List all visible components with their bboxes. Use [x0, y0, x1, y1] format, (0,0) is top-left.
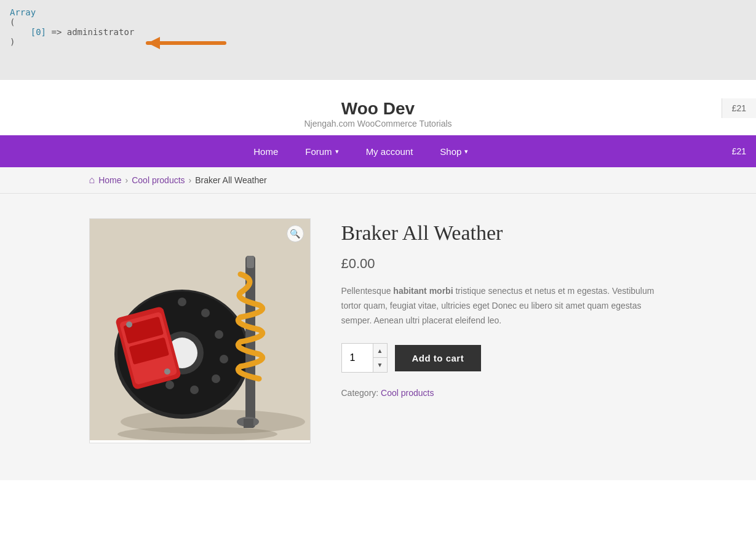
quantity-input[interactable]	[342, 344, 373, 372]
debug-line-4: )	[10, 37, 746, 47]
svg-point-14	[212, 374, 220, 383]
nav-shop-label: Shop	[440, 146, 461, 157]
nav-home-label: Home	[253, 146, 278, 157]
nav-myaccount-label: My account	[366, 146, 413, 157]
debug-key: [0]	[10, 27, 46, 37]
svg-point-17	[201, 309, 210, 317]
debug-arrow-text: =>	[51, 27, 66, 37]
cart-header-icon[interactable]: £21	[722, 98, 756, 118]
site-header: Woo Dev Njengah.com WooCommerce Tutorial…	[0, 80, 756, 135]
svg-point-8	[178, 298, 186, 306]
debug-bar: Array ( [0] => administrator )	[0, 0, 756, 80]
zoom-icon[interactable]: 🔍	[287, 225, 304, 242]
forum-chevron-icon: ▾	[335, 148, 339, 156]
quantity-up-button[interactable]: ▲	[373, 344, 387, 358]
breadcrumb-sep-1: ›	[125, 175, 129, 185]
svg-point-13	[190, 386, 199, 394]
debug-line-3: [0] => administrator	[10, 27, 746, 37]
breadcrumb-home[interactable]: Home	[98, 175, 121, 185]
quantity-down-button[interactable]: ▼	[373, 358, 387, 372]
desc-text-1: Pellentesque habitant morbi tristique se…	[341, 286, 655, 325]
breadcrumb-category[interactable]: Cool products	[132, 175, 185, 185]
svg-point-15	[220, 355, 228, 363]
annotation-arrow	[129, 34, 228, 52]
category-label: Category:	[341, 388, 379, 398]
debug-value: administrator	[67, 27, 135, 37]
breadcrumb: ⌂ Home › Cool products › Braker All Weat…	[40, 175, 717, 186]
svg-rect-25	[247, 256, 254, 268]
nav-item-home[interactable]: Home	[240, 137, 292, 166]
debug-line-1: Array	[10, 7, 746, 17]
product-image-wrap: 🔍	[89, 218, 311, 443]
main-nav: Home Forum ▾ My account Shop ▾	[0, 137, 722, 166]
home-icon: ⌂	[89, 175, 95, 186]
breadcrumb-current: Braker All Weather	[195, 175, 266, 185]
quantity-cart-row: ▲ ▼ Add to cart	[341, 343, 667, 373]
site-branding: Woo Dev Njengah.com WooCommerce Tutorial…	[304, 99, 452, 129]
svg-marker-1	[148, 37, 160, 49]
breadcrumb-sep-2: ›	[189, 175, 192, 185]
debug-line-2: (	[10, 17, 746, 27]
product-details: Braker All Weather £0.00 Pellentesque ha…	[341, 218, 667, 398]
arrow-svg	[129, 34, 228, 52]
product-image	[90, 219, 311, 440]
nav-cart-total[interactable]: £21	[722, 137, 756, 165]
navigation-bar: Home Forum ▾ My account Shop ▾ £21	[0, 135, 756, 167]
svg-point-16	[215, 330, 223, 339]
cart-amount: £21	[732, 103, 746, 113]
nav-item-forum[interactable]: Forum ▾	[292, 137, 352, 166]
nav-item-shop[interactable]: Shop ▾	[426, 137, 482, 166]
svg-point-12	[165, 381, 174, 389]
site-title: Woo Dev	[304, 99, 452, 119]
add-to-cart-button[interactable]: Add to cart	[395, 345, 482, 371]
nav-item-myaccount[interactable]: My account	[352, 137, 427, 166]
category-link[interactable]: Cool products	[381, 388, 434, 398]
svg-rect-27	[244, 419, 253, 428]
product-inner: 🔍 Braker All Weather £0.00 Pellentesque …	[40, 218, 717, 443]
product-description: Pellentesque habitant morbi tristique se…	[341, 284, 667, 328]
nav-forum-label: Forum	[305, 146, 332, 157]
site-tagline: Njengah.com WooCommerce Tutorials	[304, 119, 452, 129]
product-area: 🔍 Braker All Weather £0.00 Pellentesque …	[0, 194, 756, 480]
product-category: Category: Cool products	[341, 388, 667, 398]
quantity-input-wrap: ▲ ▼	[341, 343, 388, 373]
product-price: £0.00	[341, 256, 667, 272]
breadcrumb-bar: ⌂ Home › Cool products › Braker All Weat…	[0, 167, 756, 194]
shop-chevron-icon: ▾	[464, 148, 468, 156]
product-name: Braker All Weather	[341, 221, 667, 245]
quantity-spinners: ▲ ▼	[373, 344, 387, 372]
